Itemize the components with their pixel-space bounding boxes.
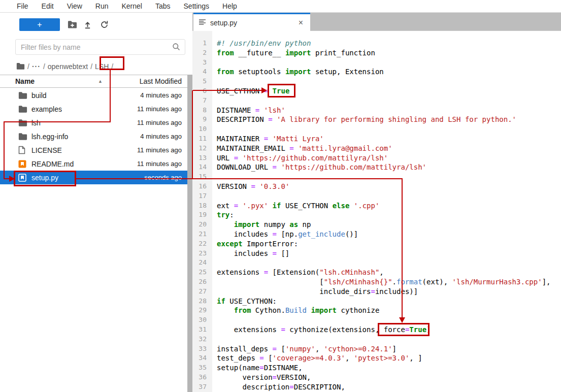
- menu-tabs[interactable]: Tabs: [149, 0, 177, 12]
- file-last-modified: 11 minutes ago: [137, 105, 182, 113]
- line-number: 35: [192, 363, 212, 373]
- line-content: import numpy as np: [212, 220, 311, 230]
- code-line-17[interactable]: 17: [192, 191, 561, 201]
- code-line-13[interactable]: 13URL = 'https://github.com/mattilyra/ls…: [192, 153, 561, 163]
- code-line-27[interactable]: 27 include_dirs=includes)]: [192, 287, 561, 297]
- line-content: [212, 258, 217, 268]
- menu-edit[interactable]: Edit: [35, 0, 60, 12]
- code-line-30[interactable]: 30: [192, 315, 561, 325]
- column-header-name[interactable]: Name: [15, 77, 35, 85]
- code-line-28[interactable]: 28if USE_CYTHON:: [192, 297, 561, 306]
- code-line-3[interactable]: 3: [192, 58, 561, 68]
- file-name: build: [31, 91, 47, 100]
- file-list-header: Name ▲ Last Modified: [0, 75, 187, 88]
- code-line-19[interactable]: 19try:: [192, 210, 561, 220]
- new-launcher-button[interactable]: +: [19, 18, 60, 31]
- code-line-9[interactable]: 9DESCRIPTION = 'A library for performing…: [192, 115, 561, 124]
- code-line-35[interactable]: 35setup(name=DISTNAME,: [192, 363, 561, 373]
- file-row-build[interactable]: build4 minutes ago: [0, 88, 187, 102]
- line-number: 22: [192, 239, 212, 249]
- file-row-lsh[interactable]: lsh11 minutes ago: [0, 116, 187, 129]
- tab-close-icon[interactable]: ×: [299, 18, 303, 27]
- code-line-24[interactable]: 24: [192, 258, 561, 268]
- file-last-modified: 11 minutes ago: [137, 160, 182, 168]
- menu-view[interactable]: View: [60, 0, 89, 12]
- menu-file[interactable]: File: [10, 0, 35, 12]
- file-row-README.md[interactable]: README.md11 minutes ago: [0, 157, 187, 171]
- tab-setup-py[interactable]: setup.py ×: [193, 13, 310, 31]
- code-line-11[interactable]: 11MAINTAINER = 'Matti Lyra': [192, 134, 561, 144]
- upload-icon[interactable]: [82, 19, 93, 30]
- breadcrumb-separator: /: [89, 62, 94, 71]
- code-line-2[interactable]: 2from __future__ import print_function: [192, 48, 561, 58]
- code-line-26[interactable]: 26 ["lsh/cMinhash{}".format(ext), 'lsh/M…: [192, 277, 561, 287]
- line-content: MAINTAINER_EMAIL = 'matti.lyra@gmail.com…: [212, 144, 392, 153]
- line-number: 9: [192, 115, 212, 124]
- code-editor[interactable]: 1#! /usr/bin/env python2from __future__ …: [192, 31, 561, 392]
- menu-settings[interactable]: Settings: [177, 0, 216, 12]
- line-content: try:: [212, 210, 234, 220]
- code-line-18[interactable]: 18ext = '.pyx' if USE_CYTHON else '.cpp': [192, 201, 561, 211]
- code-line-31[interactable]: 31 extensions = cythonize(extensions, fo…: [192, 325, 561, 335]
- code-line-25[interactable]: 25extensions = [Extension("lsh.cMinhash"…: [192, 268, 561, 277]
- file-list: build4 minutes agoexamples11 minutes ago…: [0, 88, 187, 184]
- breadcrumb-ellipsis[interactable]: ···: [31, 62, 42, 71]
- file-browser-scrollbar[interactable]: [187, 75, 192, 392]
- code-line-32[interactable]: 32: [192, 335, 561, 344]
- code-line-20[interactable]: 20 import numpy as np: [192, 220, 561, 230]
- breadcrumb: / ··· / openwebtext / LSH /: [15, 61, 115, 72]
- menu-run[interactable]: Run: [89, 0, 115, 12]
- file-row-setup.py[interactable]: setup.pyseconds ago: [0, 171, 187, 184]
- filter-files-input[interactable]: [15, 39, 185, 55]
- breadcrumb-lsh[interactable]: LSH: [94, 62, 110, 71]
- filter-files-field: [15, 39, 185, 55]
- file-row-examples[interactable]: examples11 minutes ago: [0, 102, 187, 116]
- code-line-10[interactable]: 10: [192, 124, 561, 134]
- code-line-22[interactable]: 22except ImportError:: [192, 239, 561, 249]
- code-line-36[interactable]: 36 version=VERSION,: [192, 373, 561, 382]
- menu-help[interactable]: Help: [216, 0, 244, 12]
- line-number: 11: [192, 134, 212, 144]
- code-line-6[interactable]: 6USE_CYTHON = True: [192, 86, 561, 96]
- file-name: lsh: [31, 119, 41, 127]
- column-header-last-modified[interactable]: Last Modified: [140, 77, 182, 85]
- breadcrumb-home-folder-icon[interactable]: [15, 62, 26, 71]
- refresh-icon[interactable]: [98, 19, 110, 30]
- line-content: [212, 172, 217, 182]
- menu-kernel[interactable]: Kernel: [115, 0, 148, 12]
- code-line-1[interactable]: 1#! /usr/bin/env python: [192, 39, 561, 48]
- line-content: includes = []: [212, 249, 289, 258]
- folder-icon: [18, 118, 27, 127]
- file-name: LICENSE: [31, 146, 62, 154]
- code-line-5[interactable]: 5: [192, 77, 561, 86]
- line-content: [212, 124, 217, 134]
- code-line-33[interactable]: 33install_deps = ['numpy', 'cython>=0.24…: [192, 344, 561, 354]
- line-number: 26: [192, 277, 212, 287]
- sort-ascending-icon[interactable]: ▲: [98, 79, 103, 84]
- file-row-lsh.egg-info[interactable]: lsh.egg-info4 minutes ago: [0, 129, 187, 143]
- markdown-file-icon: [18, 159, 27, 169]
- code-line-15[interactable]: 15: [192, 172, 561, 182]
- line-number: 20: [192, 220, 212, 230]
- code-line-7[interactable]: 7: [192, 96, 561, 106]
- line-content: [212, 58, 217, 68]
- code-line-37[interactable]: 37 description=DESCRIPTION,: [192, 382, 561, 392]
- file-name: setup.py: [31, 174, 58, 182]
- code-line-4[interactable]: 4from setuptools import setup, Extension: [192, 67, 561, 77]
- file-row-LICENSE[interactable]: LICENSE11 minutes ago: [0, 143, 187, 157]
- code-line-21[interactable]: 21 includes = [np.get_include()]: [192, 230, 561, 239]
- new-folder-icon[interactable]: [67, 19, 78, 30]
- code-line-29[interactable]: 29 from Cython.Build import cythonize: [192, 306, 561, 315]
- file-name: examples: [31, 105, 62, 113]
- code-line-8[interactable]: 8DISTNAME = 'lsh': [192, 106, 561, 115]
- code-line-16[interactable]: 16VERSION = '0.3.0': [192, 182, 561, 191]
- code-line-23[interactable]: 23 includes = []: [192, 249, 561, 258]
- code-line-34[interactable]: 34test_deps = ['coverage>=4.0.3', 'pytes…: [192, 353, 561, 363]
- breadcrumb-openwebtext[interactable]: openwebtext: [47, 62, 89, 71]
- line-number: 13: [192, 153, 212, 163]
- code-line-12[interactable]: 12MAINTAINER_EMAIL = 'matti.lyra@gmail.c…: [192, 144, 561, 153]
- breadcrumb-separator: /: [110, 62, 115, 71]
- folder-icon: [18, 105, 27, 114]
- code-line-14[interactable]: 14DOWNLOAD_URL = 'https://github.com/mat…: [192, 162, 561, 172]
- line-content: [212, 315, 217, 325]
